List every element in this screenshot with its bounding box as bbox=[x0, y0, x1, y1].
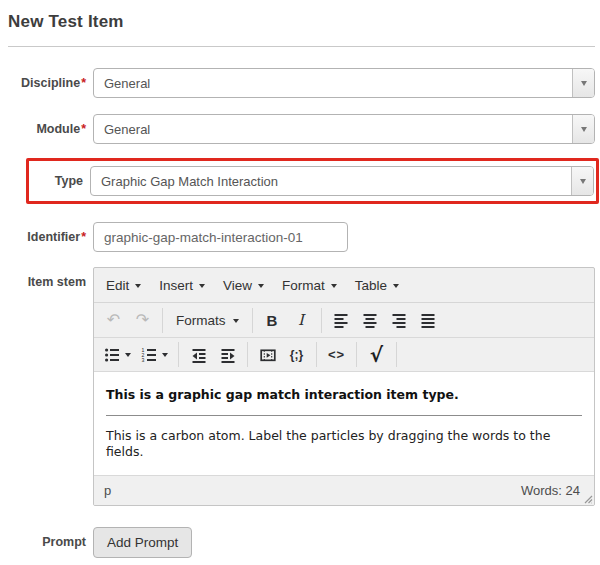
element-path[interactable]: p bbox=[104, 483, 111, 498]
identifier-label: Identifier* bbox=[8, 230, 93, 245]
toolbar-separator bbox=[321, 308, 322, 333]
media-button[interactable] bbox=[254, 342, 281, 368]
math-formula-button[interactable]: √ bbox=[363, 342, 390, 368]
align-center-button[interactable] bbox=[357, 307, 384, 333]
outdent-icon bbox=[191, 347, 207, 363]
content-paragraph: This is a carbon atom. Label the particl… bbox=[106, 428, 582, 460]
content-horizontal-rule bbox=[106, 415, 582, 416]
identifier-input[interactable] bbox=[93, 222, 348, 252]
chevron-down-icon bbox=[393, 284, 399, 288]
chevron-down-icon bbox=[581, 81, 587, 86]
bullet-list-button[interactable] bbox=[100, 342, 135, 368]
undo-icon: ↶ bbox=[107, 312, 120, 328]
menu-table[interactable]: Table bbox=[346, 272, 408, 299]
type-select-value: Graphic Gap Match Interaction bbox=[91, 174, 571, 189]
add-prompt-button[interactable]: Add Prompt bbox=[93, 527, 192, 558]
svg-text:3: 3 bbox=[142, 357, 145, 363]
type-select-arrow[interactable] bbox=[571, 167, 593, 195]
discipline-select[interactable]: General bbox=[93, 68, 595, 98]
numbered-list-button[interactable]: 123 bbox=[137, 342, 172, 368]
editor-toolbar-row-1: ↶ ↷ Formats B I bbox=[94, 303, 594, 337]
toolbar-separator bbox=[356, 342, 357, 367]
new-test-item-page: New Test Item Discipline* General Module… bbox=[0, 0, 600, 565]
discipline-select-value: General bbox=[94, 76, 572, 91]
editor-toolbar-row-2: 123 {;} <> √ bbox=[94, 337, 594, 371]
toolbar-separator bbox=[247, 342, 248, 367]
source-code-icon: <> bbox=[328, 347, 345, 362]
type-select[interactable]: Graphic Gap Match Interaction bbox=[90, 166, 594, 196]
resize-grip-icon[interactable] bbox=[582, 493, 593, 504]
module-select-value: General bbox=[94, 122, 572, 137]
required-asterisk: * bbox=[81, 230, 86, 244]
chevron-down-icon bbox=[135, 284, 141, 288]
justify-icon bbox=[420, 312, 436, 328]
code-sample-button[interactable]: {;} bbox=[283, 342, 310, 368]
field-row-module: Module* General bbox=[8, 114, 595, 144]
menu-view-label: View bbox=[223, 278, 252, 293]
code-sample-icon: {;} bbox=[290, 348, 303, 362]
menu-format[interactable]: Format bbox=[273, 272, 346, 299]
menu-edit-label: Edit bbox=[106, 278, 129, 293]
toolbar-separator bbox=[316, 342, 317, 367]
discipline-label-text: Discipline bbox=[21, 76, 80, 90]
toolbar-separator bbox=[396, 342, 397, 367]
justify-button[interactable] bbox=[415, 307, 442, 333]
align-left-icon bbox=[333, 312, 349, 328]
module-label: Module* bbox=[8, 122, 93, 137]
menu-view[interactable]: View bbox=[214, 272, 273, 299]
numbered-list-icon: 123 bbox=[141, 347, 157, 363]
chevron-down-icon bbox=[233, 319, 239, 323]
discipline-select-arrow[interactable] bbox=[572, 69, 594, 97]
toolbar-separator bbox=[252, 308, 253, 333]
page-title: New Test Item bbox=[8, 11, 595, 33]
rich-text-editor: Edit Insert View Format Table ↶ ↷ Format… bbox=[93, 267, 595, 506]
module-select[interactable]: General bbox=[93, 114, 595, 144]
editor-menubar: Edit Insert View Format Table bbox=[94, 268, 594, 303]
field-row-discipline: Discipline* General bbox=[8, 68, 595, 98]
field-row-item-stem: Item stem Edit Insert View Format Table … bbox=[8, 267, 595, 506]
indent-button[interactable] bbox=[214, 342, 241, 368]
bold-icon: B bbox=[267, 312, 278, 329]
chevron-down-icon bbox=[258, 284, 264, 288]
undo-button[interactable]: ↶ bbox=[100, 307, 127, 333]
type-field-highlight-box: Type Graphic Gap Match Interaction bbox=[26, 158, 599, 204]
square-root-icon: √ bbox=[370, 345, 383, 365]
module-select-arrow[interactable] bbox=[572, 115, 594, 143]
formats-dropdown[interactable]: Formats bbox=[169, 307, 246, 333]
align-left-button[interactable] bbox=[328, 307, 355, 333]
outdent-button[interactable] bbox=[185, 342, 212, 368]
chevron-down-icon bbox=[331, 284, 337, 288]
align-right-button[interactable] bbox=[386, 307, 413, 333]
field-row-type: Type Graphic Gap Match Interaction bbox=[8, 158, 595, 204]
identifier-label-text: Identifier bbox=[27, 230, 80, 244]
item-stem-label: Item stem bbox=[8, 267, 93, 290]
menu-insert-label: Insert bbox=[159, 278, 193, 293]
chevron-down-icon bbox=[162, 353, 168, 357]
media-icon bbox=[260, 347, 276, 363]
formats-label: Formats bbox=[176, 313, 226, 328]
discipline-label: Discipline* bbox=[8, 76, 93, 91]
source-code-button[interactable]: <> bbox=[323, 342, 350, 368]
italic-icon: I bbox=[298, 311, 304, 329]
prompt-label: Prompt bbox=[8, 535, 93, 550]
field-row-identifier: Identifier* bbox=[8, 222, 595, 252]
editor-content-area[interactable]: This is a graphic gap match interaction … bbox=[94, 371, 594, 475]
chevron-down-icon bbox=[199, 284, 205, 288]
menu-insert[interactable]: Insert bbox=[150, 272, 214, 299]
bullet-list-icon bbox=[104, 347, 120, 363]
module-label-text: Module bbox=[36, 122, 80, 136]
chevron-down-icon bbox=[581, 127, 587, 132]
align-center-icon bbox=[362, 312, 378, 328]
italic-button[interactable]: I bbox=[288, 307, 315, 333]
menu-edit[interactable]: Edit bbox=[97, 272, 150, 299]
menu-table-label: Table bbox=[355, 278, 387, 293]
redo-button[interactable]: ↷ bbox=[129, 307, 156, 333]
indent-icon bbox=[220, 347, 236, 363]
word-count: Words: 24 bbox=[521, 483, 584, 498]
type-label-text: Type bbox=[55, 174, 83, 188]
bold-button[interactable]: B bbox=[259, 307, 286, 333]
chevron-down-icon bbox=[125, 353, 131, 357]
editor-statusbar: p Words: 24 bbox=[94, 475, 594, 505]
field-row-prompt: Prompt Add Prompt bbox=[8, 527, 595, 558]
toolbar-separator bbox=[178, 342, 179, 367]
